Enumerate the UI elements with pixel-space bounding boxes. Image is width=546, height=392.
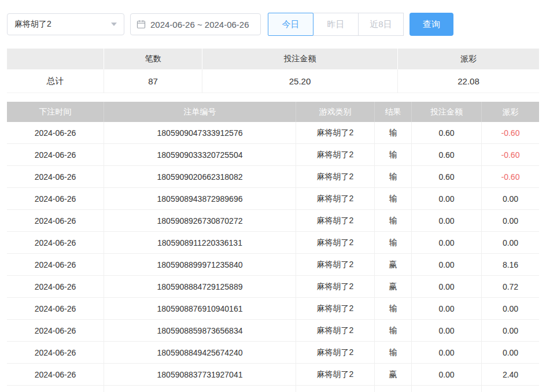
bet-time-cell: 2024-06-26 — [7, 342, 104, 364]
date-range-input[interactable]: 2024-06-26 ~ 2024-06-26 — [130, 13, 261, 35]
game-type-cell: 麻将胡了2 — [296, 144, 375, 166]
table-header-row: 下注时间 注单编号 游戏类别 结果 投注金额 派彩 — [7, 102, 539, 122]
result-cell: 赢 — [375, 364, 412, 386]
order-no-cell: 1805908926730870272 — [104, 210, 296, 232]
column-header-bet-time: 下注时间 — [7, 102, 104, 122]
payout-cell: -0.60 — [482, 166, 539, 188]
order-no-cell: 1805909020662318082 — [104, 166, 296, 188]
payout-cell: 0.00 — [482, 188, 539, 210]
game-type-cell: 麻将胡了2 — [296, 254, 375, 276]
result-cell: 输 — [375, 188, 412, 210]
table-row — [7, 386, 539, 392]
payout-cell: 0.00 — [482, 298, 539, 320]
bet-time-cell: 2024-06-26 — [7, 298, 104, 320]
game-type-cell: 麻将胡了2 — [296, 364, 375, 386]
order-no-cell: 1805908876910940161 — [104, 298, 296, 320]
payout-cell: 0.00 — [482, 232, 539, 254]
order-no-cell: 1805908911220336131 — [104, 232, 296, 254]
bet-time-cell: 2024-06-26 — [7, 364, 104, 386]
result-cell: 输 — [375, 144, 412, 166]
result-cell: 输 — [375, 122, 412, 144]
bet-records-table: 下注时间 注单编号 游戏类别 结果 投注金额 派彩 2024-06-26 180… — [7, 102, 539, 392]
summary-total-row: 总计 87 25.20 22.08 — [7, 69, 539, 93]
payout-cell: 8.16 — [482, 254, 539, 276]
bet-amount-cell: 0.00 — [412, 188, 482, 210]
order-no-cell: 1805908899971235840 — [104, 254, 296, 276]
game-select-value: 麻将胡了2 — [14, 19, 51, 29]
table-row: 2024-06-26 1805908849425674240 麻将胡了2 输 0… — [7, 342, 539, 364]
order-no-cell: 1805908943872989696 — [104, 188, 296, 210]
game-type-cell: 麻将胡了2 — [296, 298, 375, 320]
payout-cell: 0.00 — [482, 342, 539, 364]
summary-header-payout: 派彩 — [398, 49, 539, 69]
order-no-cell: 1805908884729125889 — [104, 276, 296, 298]
result-cell: 输 — [375, 320, 412, 342]
search-button[interactable]: 查询 — [410, 13, 453, 36]
bet-time-cell — [7, 386, 104, 392]
summary-header-row: 笔数 投注金额 派彩 — [7, 49, 539, 69]
bet-time-cell: 2024-06-26 — [7, 276, 104, 298]
column-header-bet-amount: 投注金额 — [412, 102, 482, 122]
summary-total-count: 87 — [104, 69, 202, 93]
result-cell: 输 — [375, 166, 412, 188]
summary-total-bet-amount: 25.20 — [202, 69, 398, 93]
summary-total-label: 总计 — [7, 69, 104, 93]
order-no-cell: 1805908859873656834 — [104, 320, 296, 342]
table-row: 2024-06-26 1805909033320725504 麻将胡了2 输 0… — [7, 144, 539, 166]
last-8-days-button[interactable]: 近8日 — [358, 13, 404, 36]
bet-amount-cell: 0.00 — [412, 342, 482, 364]
result-cell: 输 — [375, 210, 412, 232]
calendar-icon — [136, 20, 146, 29]
game-type-cell: 麻将胡了2 — [296, 188, 375, 210]
payout-cell: -0.60 — [482, 144, 539, 166]
table-row: 2024-06-26 1805908876910940161 麻将胡了2 输 0… — [7, 298, 539, 320]
result-cell — [375, 386, 412, 392]
bet-time-cell: 2024-06-26 — [7, 144, 104, 166]
result-cell: 赢 — [375, 276, 412, 298]
order-no-cell — [104, 386, 296, 392]
column-header-result: 结果 — [375, 102, 412, 122]
payout-cell: 0.00 — [482, 210, 539, 232]
bet-time-cell: 2024-06-26 — [7, 166, 104, 188]
payout-cell: 2.40 — [482, 364, 539, 386]
bet-time-cell: 2024-06-26 — [7, 188, 104, 210]
quick-date-button-group: 今日 昨日 近8日 — [268, 13, 404, 36]
yesterday-button[interactable]: 昨日 — [313, 13, 359, 36]
game-type-cell — [296, 386, 375, 392]
table-row: 2024-06-26 1805908899971235840 麻将胡了2 赢 0… — [7, 254, 539, 276]
result-cell: 输 — [375, 342, 412, 364]
bet-amount-cell — [412, 386, 482, 392]
bet-amount-cell: 0.60 — [412, 122, 482, 144]
bet-time-cell: 2024-06-26 — [7, 232, 104, 254]
bet-time-cell: 2024-06-26 — [7, 122, 104, 144]
bet-amount-cell: 0.00 — [412, 276, 482, 298]
bet-amount-cell: 0.00 — [412, 364, 482, 386]
summary-header-bet-amount: 投注金额 — [202, 49, 398, 69]
today-button[interactable]: 今日 — [268, 13, 313, 36]
order-no-cell: 1805908837731927041 — [104, 364, 296, 386]
column-header-game-type: 游戏类别 — [296, 102, 375, 122]
game-type-cell: 麻将胡了2 — [296, 122, 375, 144]
payout-cell — [482, 386, 539, 392]
game-type-cell: 麻将胡了2 — [296, 232, 375, 254]
bet-amount-cell: 0.00 — [412, 210, 482, 232]
table-row: 2024-06-26 1805909047333912576 麻将胡了2 输 0… — [7, 122, 539, 144]
filter-toolbar: 麻将胡了2 2024-06-26 ~ 2024-06-26 今日 昨日 近8日 … — [7, 13, 546, 36]
column-header-order-no: 注单编号 — [104, 102, 296, 122]
bet-time-cell: 2024-06-26 — [7, 320, 104, 342]
payout-cell: 0.72 — [482, 276, 539, 298]
bet-amount-cell: 0.60 — [412, 166, 482, 188]
table-row: 2024-06-26 1805908926730870272 麻将胡了2 输 0… — [7, 210, 539, 232]
result-cell: 赢 — [375, 254, 412, 276]
table-row: 2024-06-26 1805909020662318082 麻将胡了2 输 0… — [7, 166, 539, 188]
order-no-cell: 1805909033320725504 — [104, 144, 296, 166]
game-select[interactable]: 麻将胡了2 — [7, 13, 124, 35]
game-type-cell: 麻将胡了2 — [296, 166, 375, 188]
payout-cell: -0.60 — [482, 122, 539, 144]
payout-cell: 0.00 — [482, 320, 539, 342]
bet-time-cell: 2024-06-26 — [7, 254, 104, 276]
table-row: 2024-06-26 1805908837731927041 麻将胡了2 赢 0… — [7, 364, 539, 386]
game-type-cell: 麻将胡了2 — [296, 276, 375, 298]
result-cell: 输 — [375, 298, 412, 320]
bet-amount-cell: 0.60 — [412, 144, 482, 166]
